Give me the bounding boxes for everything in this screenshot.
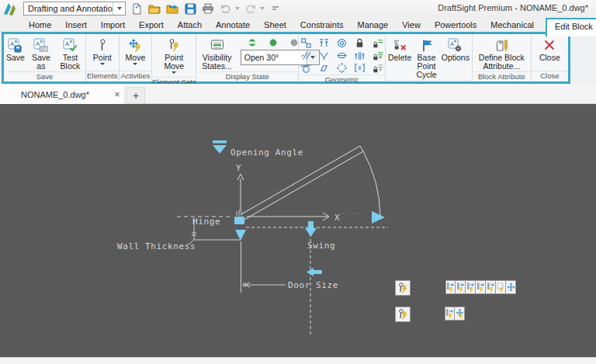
state-dot-off-icon[interactable]	[290, 39, 298, 47]
draftsight-logo	[2, 2, 19, 16]
tab-home[interactable]: Home	[22, 20, 58, 29]
group-caption-save: Save	[4, 71, 85, 81]
test-block-button[interactable]: A Test Block	[55, 36, 85, 71]
point-button[interactable]: Point	[91, 36, 114, 68]
close-edit-block-button[interactable]: Close	[537, 36, 563, 63]
constraint-lock-lines-b-icon[interactable]	[372, 50, 383, 61]
point-activity-icon[interactable]	[395, 307, 411, 322]
stretch-activity-icon[interactable]	[445, 307, 455, 321]
door-size-arrow-grip[interactable]	[307, 268, 322, 276]
constraint-collinear-icon[interactable]	[318, 62, 330, 74]
workspace-selector[interactable]: Drafting and Annotation	[23, 2, 126, 16]
constraint-lock-icon[interactable]	[354, 37, 366, 49]
point-activity-icon[interactable]	[395, 280, 411, 296]
ribbon-group-block-attribute: Define Block Attribute... Block Attribut…	[473, 34, 532, 81]
move-activity-small-icon[interactable]	[455, 307, 465, 321]
basepoint-grip[interactable]	[234, 217, 244, 224]
new-document-tab-button[interactable]: +	[126, 87, 145, 104]
workspace-chevron-down-icon[interactable]	[113, 2, 125, 15]
group-caption-activities: Activities	[120, 71, 152, 81]
tab-manage[interactable]: Manage	[350, 20, 395, 29]
point-move-button[interactable]: Point Move	[154, 36, 194, 77]
point-dropdown-caret-icon[interactable]	[100, 63, 105, 68]
document-tab-close-icon[interactable]: ×	[110, 89, 124, 100]
constraint-coincident-icon[interactable]	[300, 37, 312, 49]
constraint-symmetric-icon[interactable]	[354, 50, 366, 61]
point-move-dropdown-caret-icon[interactable]	[172, 71, 176, 76]
tab-sheet[interactable]: Sheet	[257, 20, 293, 29]
activity-strip-top	[445, 280, 516, 294]
constraint-parallel-icon[interactable]	[300, 50, 312, 61]
undo-icon[interactable]	[219, 2, 233, 16]
move-button[interactable]: Move	[123, 36, 148, 68]
arc-end-grip[interactable]	[372, 211, 385, 224]
print-icon[interactable]	[201, 2, 215, 16]
stretch-activity-icon[interactable]	[466, 280, 476, 294]
constraint-equal-icon[interactable]	[354, 62, 366, 74]
stretch-activity-icon[interactable]	[445, 280, 456, 294]
move-dropdown-caret-icon[interactable]	[133, 63, 137, 68]
save-as-button[interactable]: A Save as	[27, 36, 55, 71]
constraint-concentric-icon[interactable]	[336, 37, 348, 49]
define-block-attribute-button[interactable]: Define Block Attribute...	[473, 36, 529, 71]
flip-grip-bar[interactable]	[213, 140, 227, 144]
ribbon-tab-row: Home Insert Import Export Attach Annotat…	[0, 16, 596, 33]
scale-activity-icon[interactable]	[496, 280, 506, 294]
door-swing-arc[interactable]	[363, 151, 380, 217]
constraint-lock-lines-c-icon[interactable]	[372, 62, 383, 74]
opening-angle-flip-grip[interactable]	[213, 145, 227, 154]
constraint-angle-icon[interactable]	[318, 50, 330, 61]
move-activity-icon	[127, 36, 143, 54]
tab-view[interactable]: View	[395, 20, 428, 29]
tab-constraints[interactable]: Constraints	[293, 20, 351, 29]
tab-edit-block-active[interactable]: Edit Block	[546, 18, 596, 36]
stretch-activity-icon[interactable]	[456, 280, 466, 294]
open-folder-icon[interactable]	[147, 2, 161, 16]
tab-annotate[interactable]: Annotate	[209, 20, 257, 29]
constraint-symmetric-circle-icon[interactable]	[336, 62, 348, 74]
tab-attach[interactable]: Attach	[171, 20, 209, 29]
display-state-value: Open 30°	[241, 53, 307, 62]
ribbon-group-elements: Point Elements	[86, 34, 120, 81]
redo-menu-caret-icon[interactable]	[260, 7, 265, 12]
stretch-activity-icon[interactable]	[476, 280, 486, 294]
delete-button[interactable]: Delete	[386, 36, 414, 63]
hinge-label: Hinge	[192, 217, 220, 227]
window-title: DraftSight Premium - NONAME_0.dwg*	[438, 3, 588, 12]
new-file-icon[interactable]	[130, 2, 144, 16]
workspace-label: Drafting and Annotation	[24, 4, 113, 13]
tab-mechanical[interactable]: Mechanical	[483, 20, 541, 29]
move-activity-small-icon[interactable]	[506, 280, 516, 294]
tab-import[interactable]: Import	[94, 20, 132, 29]
visibility-states-button[interactable]: Visibility States...	[199, 36, 234, 71]
tab-insert[interactable]: Insert	[58, 20, 94, 29]
customize-toolbar-icon[interactable]	[269, 2, 282, 16]
ribbon-group-manage: Delete Base Point Cycle A Options Manage	[386, 34, 473, 81]
redo-icon[interactable]	[244, 2, 258, 16]
swing-arrow-grip[interactable]	[305, 221, 317, 237]
y-axis-line	[237, 174, 244, 211]
block-attribute-tag-icon	[494, 36, 509, 54]
options-button[interactable]: A Options	[439, 36, 472, 63]
save-button[interactable]: A Save	[4, 36, 27, 63]
drawing-canvas[interactable]: X Y Opening Angle Hinge Wall Thickness S…	[0, 104, 596, 357]
state-dot-on-icon[interactable]	[269, 39, 277, 47]
import-folder-icon[interactable]	[165, 2, 179, 16]
grips	[213, 140, 385, 276]
ribbon-group-activities: Move Activities	[120, 34, 153, 81]
svg-text:A: A	[10, 40, 15, 47]
constraint-fix-icon[interactable]	[318, 37, 330, 49]
stretch-activity-icon[interactable]	[486, 280, 496, 294]
tab-export[interactable]: Export	[132, 20, 171, 29]
base-point-cycle-button[interactable]: Base Point Cycle	[414, 36, 438, 80]
constraint-spacing-icon[interactable]	[336, 50, 348, 61]
test-block-icon: A	[63, 36, 78, 54]
constraint-tangent-icon[interactable]	[300, 62, 312, 74]
hinge-triangle-grip[interactable]	[235, 230, 246, 241]
state-dot-half-icon[interactable]	[248, 39, 256, 47]
constraint-lock-lines-a-icon[interactable]	[372, 37, 383, 49]
undo-menu-caret-icon[interactable]	[235, 7, 240, 12]
save-icon[interactable]	[183, 2, 197, 16]
document-tab-active[interactable]: NONAME_0.dwg* ×	[0, 85, 125, 104]
tab-powertools[interactable]: Powertools	[428, 20, 483, 29]
